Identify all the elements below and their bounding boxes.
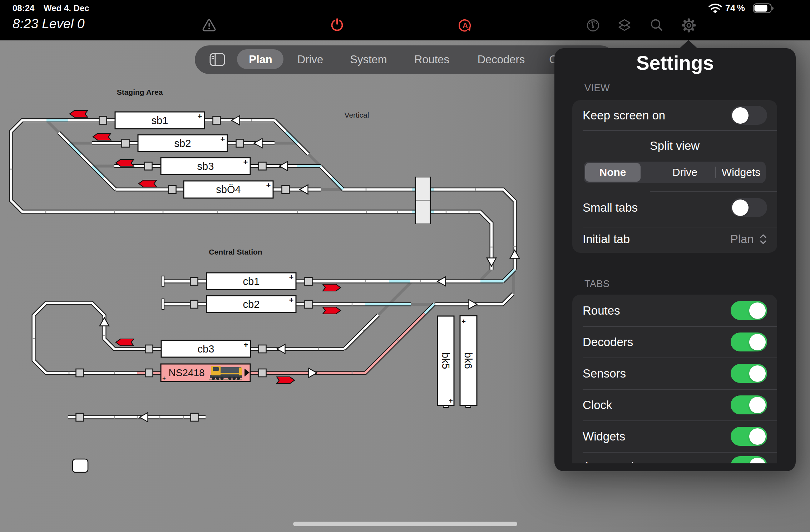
svg-text:+: + <box>449 397 453 405</box>
svg-text:+: + <box>289 296 294 305</box>
svg-text:Vertical: Vertical <box>345 111 369 119</box>
svg-text:bk5: bk5 <box>440 353 451 369</box>
svg-text:cb2: cb2 <box>243 299 260 310</box>
svg-text:+: + <box>266 181 271 190</box>
svg-text:cb1: cb1 <box>243 276 260 287</box>
svg-text:+: + <box>461 317 466 325</box>
svg-text:sb1: sb1 <box>152 115 168 126</box>
svg-text:Staging Area: Staging Area <box>117 88 163 96</box>
svg-text:sb2: sb2 <box>174 138 191 149</box>
svg-text:+: + <box>243 158 248 167</box>
svg-text:bk6: bk6 <box>463 352 474 369</box>
svg-text:+: + <box>162 375 166 381</box>
svg-text:+: + <box>221 135 225 144</box>
svg-text:cb3: cb3 <box>198 343 214 355</box>
svg-text:sbÖ4: sbÖ4 <box>216 184 241 195</box>
svg-text:sb3: sb3 <box>197 161 214 172</box>
svg-text:NS2418: NS2418 <box>168 367 204 378</box>
svg-text:+: + <box>244 340 248 349</box>
svg-text:A: A <box>463 21 468 29</box>
svg-text:+: + <box>289 273 294 282</box>
svg-text:Central Station: Central Station <box>209 248 262 256</box>
svg-text:+: + <box>198 112 202 121</box>
